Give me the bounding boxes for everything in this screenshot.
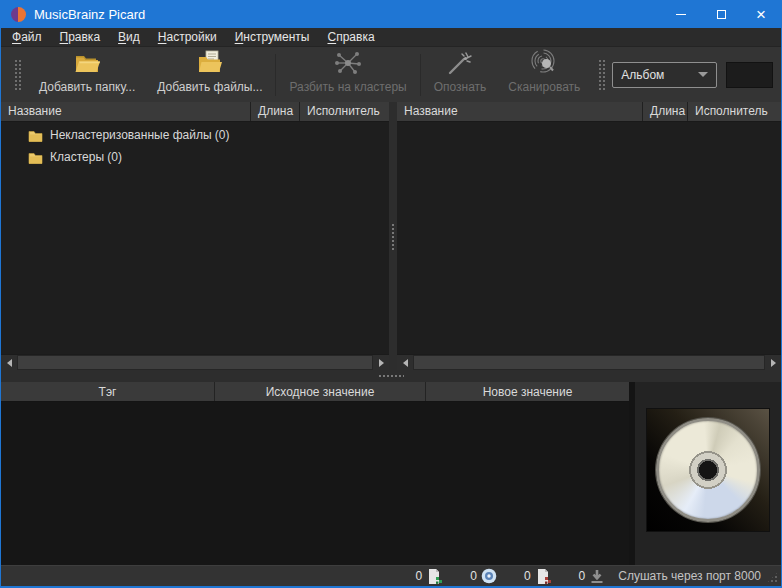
folder-icon xyxy=(28,151,43,164)
vertical-splitter[interactable] xyxy=(389,102,397,370)
menu-edit[interactable]: Правка xyxy=(51,28,110,46)
album-panel: Название Длина Исполнитель xyxy=(397,102,781,370)
scrollbar-thumb[interactable] xyxy=(18,356,372,369)
minimize-button[interactable] xyxy=(661,0,701,28)
pending-files-status: 0 xyxy=(524,568,552,585)
album-panel-header: Название Длина Исполнитель xyxy=(397,102,781,122)
add-files-label: Добавить файлы... xyxy=(157,80,262,94)
pending-requests-count: 0 xyxy=(579,569,586,583)
scroll-right-button[interactable] xyxy=(765,355,781,370)
title-bar: MusicBrainz Picard × xyxy=(1,0,781,28)
file-panel-header: Название Длина Исполнитель xyxy=(1,102,389,122)
download-icon xyxy=(589,569,605,584)
picard-app-icon xyxy=(11,7,26,22)
arrow-left-icon xyxy=(403,359,408,367)
menu-view[interactable]: Вид xyxy=(109,28,149,46)
files-count: 0 xyxy=(416,569,423,583)
picard-window: MusicBrainz Picard × Файл Правка Вид Нас… xyxy=(0,0,782,588)
cluster-label: Разбить на кластеры xyxy=(289,80,406,94)
files-icon xyxy=(426,568,443,585)
add-folder-icon xyxy=(72,51,102,76)
column-header-new-value[interactable]: Новое значение xyxy=(425,382,629,401)
toolbar-drag-handle[interactable] xyxy=(13,58,22,92)
column-header-title[interactable]: Название xyxy=(1,102,250,121)
search-type-value: Альбом xyxy=(621,68,698,82)
menu-help[interactable]: Справка xyxy=(318,28,383,46)
pending-files-icon xyxy=(535,568,552,585)
album-tree-empty xyxy=(397,122,781,354)
toolbar-separator xyxy=(275,54,276,96)
menu-options[interactable]: Настройки xyxy=(149,28,226,46)
cover-art-panel xyxy=(635,382,781,565)
add-folder-button[interactable]: Добавить папку... xyxy=(28,50,146,100)
metadata-header: Тэг Исходное значение Новое значение xyxy=(1,382,629,402)
albums-status: 0 xyxy=(470,568,497,584)
lookup-button[interactable]: Опознать xyxy=(423,50,498,100)
column-header-tag[interactable]: Тэг xyxy=(1,382,214,401)
cluster-icon xyxy=(333,50,363,76)
metadata-panel: Тэг Исходное значение Новое значение xyxy=(1,382,629,565)
window-resize-grip[interactable] xyxy=(766,571,779,584)
bottom-section: Тэг Исходное значение Новое значение xyxy=(1,382,781,565)
column-header-length[interactable]: Длина xyxy=(250,102,299,121)
tree-item-clusters[interactable]: Кластеры (0) xyxy=(1,146,389,168)
cluster-button[interactable]: Разбить на кластеры xyxy=(278,50,417,100)
chevron-down-icon xyxy=(698,72,708,77)
maximize-button[interactable] xyxy=(701,0,741,28)
scroll-left-button[interactable] xyxy=(397,355,413,370)
files-status: 0 xyxy=(416,568,444,585)
main-toolbar: Добавить папку... Добавить файлы... xyxy=(1,47,781,102)
tree-item-label: Некластеризованные файлы (0) xyxy=(50,128,230,142)
arrow-left-icon xyxy=(7,359,12,367)
close-icon: × xyxy=(756,6,766,23)
scroll-left-button[interactable] xyxy=(1,355,17,370)
tree-item-label: Кластеры (0) xyxy=(50,150,122,164)
window-title: MusicBrainz Picard xyxy=(34,7,661,22)
menu-file[interactable]: Файл xyxy=(3,28,51,46)
close-button[interactable]: × xyxy=(741,0,781,28)
column-header-artist[interactable]: Исполнитель xyxy=(687,102,781,121)
column-header-title[interactable]: Название xyxy=(397,102,642,121)
folder-icon xyxy=(28,129,43,142)
column-header-original-value[interactable]: Исходное значение xyxy=(214,382,425,401)
search-toolbar-drag-handle[interactable] xyxy=(597,58,606,92)
cd-icon xyxy=(656,418,760,522)
maximize-icon xyxy=(717,10,726,19)
pending-files-count: 0 xyxy=(524,569,531,583)
scan-fingerprint-icon xyxy=(529,50,559,76)
add-folder-label: Добавить папку... xyxy=(39,80,135,94)
add-files-button[interactable]: Добавить файлы... xyxy=(146,50,273,100)
arrow-right-icon xyxy=(379,359,384,367)
column-header-length[interactable]: Длина xyxy=(642,102,687,121)
file-tree: Некластеризованные файлы (0) Кластеры (0… xyxy=(1,122,389,354)
search-type-select[interactable]: Альбом xyxy=(612,62,717,88)
toolbar-separator xyxy=(420,54,421,96)
albums-count: 0 xyxy=(470,569,477,583)
minimize-icon xyxy=(676,14,686,15)
status-bar: 0 0 0 xyxy=(1,565,781,586)
menu-bar: Файл Правка Вид Настройки Инструменты Сп… xyxy=(1,28,781,47)
tree-item-unclustered-files[interactable]: Некластеризованные файлы (0) xyxy=(1,124,389,146)
metadata-table-body xyxy=(1,402,629,565)
album-panel-horizontal-scrollbar[interactable] xyxy=(397,354,781,370)
search-input[interactable] xyxy=(726,62,773,88)
listen-port-status: Слушать через порт 8000 xyxy=(618,569,761,583)
albums-cd-icon xyxy=(481,568,497,584)
scan-button[interactable]: Сканировать xyxy=(497,50,591,100)
file-browser-panel: Название Длина Исполнитель Некластеризов… xyxy=(1,102,389,370)
scrollbar-thumb[interactable] xyxy=(414,356,764,369)
lookup-wand-icon xyxy=(446,50,474,76)
file-panel-horizontal-scrollbar[interactable] xyxy=(1,354,389,370)
menu-tools[interactable]: Инструменты xyxy=(226,28,319,46)
scroll-right-button[interactable] xyxy=(373,355,389,370)
main-panels: Название Длина Исполнитель Некластеризов… xyxy=(1,102,781,370)
arrow-right-icon xyxy=(771,359,776,367)
horizontal-splitter[interactable] xyxy=(1,370,781,382)
column-header-artist[interactable]: Исполнитель xyxy=(299,102,389,121)
lookup-label: Опознать xyxy=(434,80,487,94)
add-files-icon xyxy=(195,50,225,76)
pending-requests-status: 0 xyxy=(579,569,606,584)
scan-label: Сканировать xyxy=(508,80,580,94)
cover-art-placeholder xyxy=(646,408,770,532)
